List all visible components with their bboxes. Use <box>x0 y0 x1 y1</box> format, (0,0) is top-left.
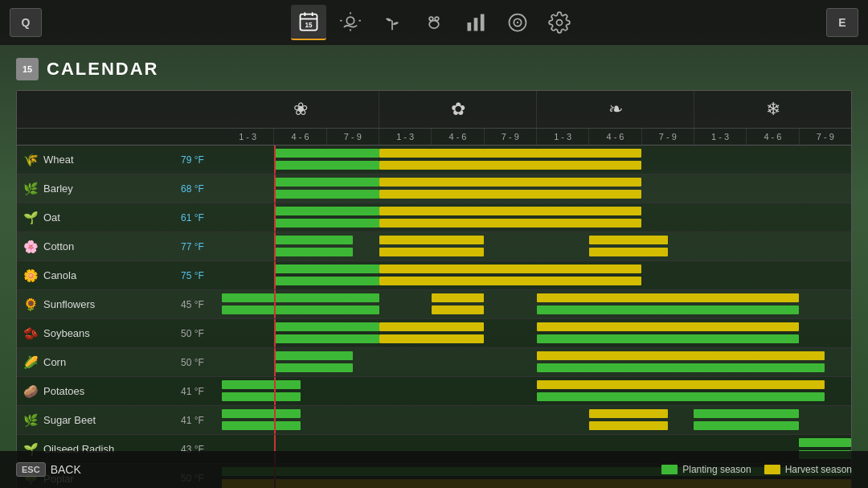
legend-planting: Planting season <box>661 464 751 475</box>
svg-point-10 <box>429 21 439 28</box>
soybeans-bars <box>222 319 851 347</box>
nav-animals-tab[interactable] <box>416 5 452 40</box>
esc-badge: ESC <box>16 462 46 477</box>
cotton-icon: 🌸 <box>23 240 39 254</box>
crop-bar <box>537 380 825 389</box>
canola-label: Canola <box>43 269 76 281</box>
crop-bar <box>537 392 825 401</box>
legend-harvest: Harvest season <box>764 464 852 475</box>
q-button[interactable]: Q <box>10 8 42 37</box>
potatoes-icon: 🥔 <box>23 384 39 399</box>
legend-harvest-box <box>764 465 780 474</box>
crop-bar <box>379 219 641 228</box>
current-day-line <box>274 261 276 289</box>
potatoes-temp: 41 °F <box>178 377 222 405</box>
crop-bar <box>379 190 641 199</box>
crop-name-soybeans: 🫘 Soybeans <box>17 319 178 347</box>
current-day-line <box>274 174 276 203</box>
bottom-bar: ESC BACK Planting season Harvest season <box>0 451 868 488</box>
crop-bar <box>379 334 484 343</box>
top-navbar: Q 15 <box>0 0 868 45</box>
crop-bar <box>379 236 484 244</box>
month-4-6-summer: 4 - 6 <box>432 129 484 145</box>
oat-bars <box>222 203 851 232</box>
nav-settings-tab[interactable] <box>542 5 577 40</box>
sunflowers-temp: 45 °F <box>178 290 222 318</box>
nav-calendar-tab[interactable]: 15 <box>291 5 326 40</box>
crop-bar <box>799 438 851 447</box>
nav-weather-tab[interactable] <box>333 5 368 40</box>
cotton-bars <box>222 232 851 260</box>
svg-text:15: 15 <box>305 22 313 29</box>
month-header-row: 1 - 3 4 - 6 7 - 9 1 - 3 4 - 6 7 - 9 1 - … <box>17 129 851 146</box>
sugarbeet-temp: 41 °F <box>178 406 222 434</box>
svg-rect-13 <box>468 23 472 31</box>
crop-row-barley: 🌿 Barley 68 °F <box>17 174 851 203</box>
season-spring: ❀ <box>222 91 379 128</box>
crop-bar <box>589 421 668 430</box>
crop-bar <box>274 178 379 187</box>
current-day-line <box>274 377 276 405</box>
crop-row-potatoes: 🥔 Potatoes 41 °F <box>17 377 851 406</box>
nav-crops-tab[interactable] <box>375 5 410 40</box>
crop-row-corn: 🌽 Corn 50 °F <box>17 348 851 377</box>
barley-temp: 68 °F <box>178 174 222 203</box>
autumn-icon: ❧ <box>608 99 623 120</box>
main-content: 15 CALENDAR ❀ ✿ ❧ <box>0 45 868 488</box>
back-button[interactable]: ESC BACK <box>16 462 81 477</box>
crop-bar <box>379 149 641 158</box>
wheat-icon: 🌾 <box>23 153 39 167</box>
sunflowers-icon: 🌻 <box>23 297 39 312</box>
nav-missions-tab[interactable] <box>500 5 535 40</box>
crop-bar <box>537 322 799 331</box>
barley-label: Barley <box>43 182 73 195</box>
oat-icon: 🌱 <box>23 211 39 225</box>
crop-bar <box>274 322 379 331</box>
soybeans-temp: 50 °F <box>178 319 222 347</box>
crop-bar <box>694 421 798 430</box>
cotton-temp: 77 °F <box>178 232 222 260</box>
month-4-6-spring: 4 - 6 <box>274 129 326 145</box>
crop-label-spacer <box>17 91 178 128</box>
current-day-line <box>274 232 276 260</box>
current-day-line <box>274 290 276 318</box>
nav-right: E <box>826 8 858 37</box>
crop-name-sunflowers: 🌻 Sunflowers <box>17 290 178 318</box>
e-button[interactable]: E <box>826 8 858 37</box>
temp-spacer <box>178 91 222 128</box>
crop-bar <box>537 293 799 302</box>
season-header-row: ❀ ✿ ❧ ❄ <box>17 91 851 129</box>
month-1-3-summer: 1 - 3 <box>379 129 432 145</box>
month-1-3-spring: 1 - 3 <box>222 129 274 145</box>
month-7-9-winter: 7 - 9 <box>800 129 851 145</box>
calendar-header: 15 CALENDAR <box>16 58 852 80</box>
oat-temp: 61 °F <box>178 203 222 232</box>
sunflowers-label: Sunflowers <box>43 298 95 310</box>
crop-row-cotton: 🌸 Cotton 77 °F <box>17 232 851 261</box>
month-7-9-spring: 7 - 9 <box>327 129 379 145</box>
season-autumn: ❧ <box>537 91 694 128</box>
nav-stats-tab[interactable] <box>458 5 493 40</box>
crop-bar <box>222 421 301 430</box>
calendar-grid: ❀ ✿ ❧ ❄ 1 - 3 <box>16 90 852 488</box>
crop-name-potatoes: 🥔 Potatoes <box>17 377 178 405</box>
crop-bar <box>222 293 274 302</box>
summer-icon: ✿ <box>451 99 465 120</box>
winter-icon: ❄ <box>766 99 780 120</box>
crop-name-oat: 🌱 Oat <box>17 203 178 232</box>
nav-left: Q <box>10 8 42 37</box>
crop-bar <box>222 392 301 401</box>
corn-temp: 50 °F <box>178 348 222 376</box>
crop-bar <box>274 265 379 273</box>
back-label: BACK <box>51 463 81 476</box>
sugarbeet-icon: 🌿 <box>23 413 39 428</box>
crop-bar <box>379 277 641 285</box>
wheat-temp: 79 °F <box>178 146 222 174</box>
month-4-6-autumn: 4 - 6 <box>589 129 641 145</box>
crop-bar <box>379 248 484 256</box>
crop-bar <box>274 306 379 314</box>
svg-rect-15 <box>481 14 485 31</box>
current-day-line <box>274 146 276 174</box>
current-day-line <box>274 348 276 376</box>
crop-bar <box>274 334 379 343</box>
